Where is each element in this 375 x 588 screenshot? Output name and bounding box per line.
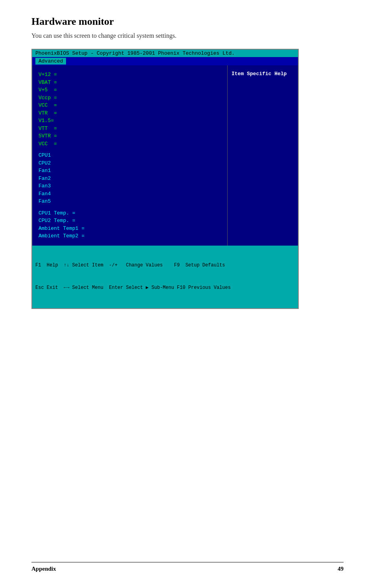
page-footer: Appendix 49: [31, 562, 344, 572]
cpu-fan-section: CPU1 CPU2 Fan1 Fan2 Fan3 Fan4 Fan5: [39, 152, 221, 205]
bios-item-cpu1-temp[interactable]: CPU1 Temp. =: [39, 209, 221, 217]
bios-screen: PhoenixBIOS Setup - Copyright 1985-2001 …: [31, 49, 299, 309]
bios-item-fan5[interactable]: Fan5: [39, 198, 221, 205]
bios-title-bar: PhoenixBIOS Setup - Copyright 1985-2001 …: [32, 50, 298, 57]
bios-menu-bar: Advanced: [32, 57, 298, 65]
bios-item-v12[interactable]: V+12 =: [39, 71, 221, 79]
bios-item-ambient2[interactable]: Ambient Temp2 =: [39, 232, 221, 240]
bios-item-cpu1[interactable]: CPU1: [39, 152, 221, 159]
bios-item-5vtr[interactable]: 5VTR =: [39, 132, 221, 140]
bios-footer-line1: F1 Help ↑↓ Select Item -/+ Change Values…: [35, 262, 295, 269]
bios-item-vcc1[interactable]: VCC =: [39, 102, 221, 109]
bios-help-panel: Item Specific Help: [227, 65, 298, 246]
bios-item-vbat[interactable]: VBAT =: [39, 79, 221, 87]
voltage-section: V+12 = VBAT = V+5 = Vccp = VCC = VTR = V…: [39, 71, 221, 148]
bios-item-cpu2[interactable]: CPU2: [39, 159, 221, 167]
bios-footer: F1 Help ↑↓ Select Item -/+ Change Values…: [32, 246, 298, 309]
bios-footer-line2: Esc Exit ←→ Select Menu Enter Select ▶ S…: [35, 284, 295, 292]
bios-help-title: Item Specific Help: [232, 71, 294, 77]
page-subtitle: You can use this screen to change critic…: [31, 32, 344, 39]
bios-item-vtt[interactable]: VTT =: [39, 125, 221, 133]
bios-item-vtr[interactable]: VTR =: [39, 109, 221, 117]
page-container: Hardware monitor You can use this screen…: [0, 0, 375, 325]
bios-menu-advanced[interactable]: Advanced: [35, 58, 66, 65]
bios-item-fan1[interactable]: Fan1: [39, 167, 221, 175]
bios-body: V+12 = VBAT = V+5 = Vccp = VCC = VTR = V…: [32, 65, 298, 246]
bios-item-v15[interactable]: V1.5=: [39, 117, 221, 125]
spacer-2: [39, 205, 221, 209]
page-title: Hardware monitor: [31, 16, 344, 28]
bios-main-panel: V+12 = VBAT = V+5 = Vccp = VCC = VTR = V…: [32, 65, 227, 246]
bios-item-fan4[interactable]: Fan4: [39, 190, 221, 198]
temp-section: CPU1 Temp. = CPU2 Temp. = Ambient Temp1 …: [39, 209, 221, 240]
bios-item-vcc2[interactable]: VCC =: [39, 140, 221, 148]
bios-item-fan3[interactable]: Fan3: [39, 182, 221, 190]
bios-item-vccp[interactable]: Vccp =: [39, 94, 221, 102]
footer-right: 49: [338, 566, 344, 572]
spacer-1: [39, 148, 221, 152]
bios-item-v5[interactable]: V+5 =: [39, 86, 221, 94]
bios-item-ambient1[interactable]: Ambient Temp1 =: [39, 225, 221, 233]
bios-item-cpu2-temp[interactable]: CPU2 Temp. =: [39, 217, 221, 225]
footer-left: Appendix: [31, 566, 56, 572]
bios-item-fan2[interactable]: Fan2: [39, 175, 221, 183]
